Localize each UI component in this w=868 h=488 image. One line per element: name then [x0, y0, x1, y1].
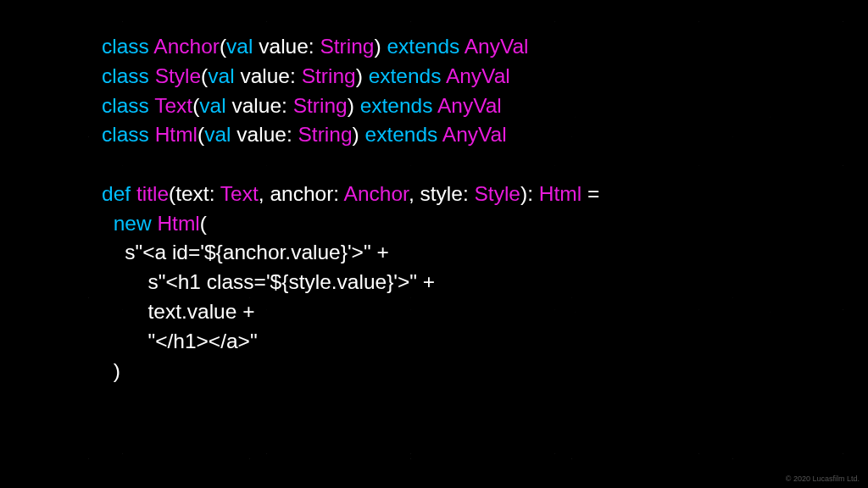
keyword-extends: extends: [369, 64, 442, 87]
space: [149, 123, 155, 146]
lparen: (: [220, 35, 226, 58]
lparen: (: [198, 123, 204, 146]
expr: text.value: [147, 300, 236, 323]
equals: =: [581, 182, 599, 205]
type-style: Style: [155, 64, 201, 87]
keyword-val: val: [199, 94, 225, 117]
code-line: class Anchor(val value: String) extends …: [102, 35, 529, 58]
string-literal: s"<h1 class='${style.value}'>": [147, 270, 417, 293]
space: [354, 94, 360, 117]
indent: [102, 359, 114, 382]
type-anyval: AnyVal: [437, 94, 502, 117]
type-text: Text: [154, 94, 192, 117]
type-string: String: [320, 35, 374, 58]
type-string: String: [293, 94, 348, 117]
keyword-extends: extends: [365, 123, 438, 146]
code-line: text.value +: [102, 300, 254, 323]
keyword-val: val: [204, 123, 231, 146]
type-anyval: AnyVal: [442, 123, 507, 146]
keyword-extends: extends: [360, 94, 433, 117]
ident-value: value: [240, 64, 290, 87]
type-html: Html: [155, 123, 198, 146]
rparen: ): [374, 35, 381, 58]
indent: [102, 270, 147, 293]
param-text: text: [175, 182, 209, 205]
colon: :: [290, 64, 302, 87]
copyright-footer: © 2020 Lucasfilm Ltd.: [786, 474, 860, 483]
code-line: s"<h1 class='${style.value}'>" +: [102, 270, 435, 293]
lparen: (: [169, 182, 175, 205]
indent: [102, 212, 114, 235]
space: [149, 64, 155, 87]
colon: :: [527, 182, 539, 205]
rparen: ): [356, 64, 363, 87]
keyword-val: val: [226, 35, 253, 58]
param-style: style: [420, 182, 463, 205]
colon: :: [209, 182, 220, 205]
string-literal: s"<a id='${anchor.value}'>": [125, 241, 370, 263]
colon: :: [309, 35, 320, 58]
string-literal: "</h1></a>": [147, 330, 257, 352]
code-line: "</h1></a>": [102, 330, 258, 352]
space: [363, 64, 369, 87]
colon: :: [281, 94, 293, 117]
comma: ,: [409, 182, 420, 205]
ident-value: value: [236, 123, 287, 146]
comma: ,: [259, 182, 270, 205]
space: [359, 123, 365, 146]
colon: :: [287, 123, 298, 146]
space: [131, 182, 136, 205]
indent: [102, 330, 147, 352]
keyword-class: class: [102, 94, 149, 117]
code-line: s"<a id='${anchor.value}'>" +: [102, 241, 389, 263]
keyword-extends: extends: [387, 35, 459, 58]
plus: +: [417, 270, 435, 293]
keyword-new: new: [114, 212, 152, 235]
plus: +: [236, 300, 254, 323]
keyword-def: def: [102, 182, 131, 205]
rparen: ): [348, 94, 354, 117]
code-line: def title(text: Text, anchor: Anchor, st…: [102, 182, 599, 205]
rparen: ): [353, 123, 359, 146]
indent: [102, 241, 125, 263]
type-anyval: AnyVal: [465, 35, 529, 58]
code-line: new Html(: [102, 212, 207, 235]
colon: :: [333, 182, 343, 205]
code-line: class Style(val value: String) extends A…: [102, 64, 510, 87]
type-html: Html: [157, 212, 199, 235]
type-anchor: Anchor: [344, 182, 409, 205]
code-line: ): [102, 359, 120, 382]
rparen: ): [114, 359, 120, 382]
type-string: String: [302, 64, 356, 87]
type-string: String: [298, 123, 353, 146]
type-html: Html: [539, 182, 581, 205]
ident-value: value: [231, 94, 281, 117]
code-block: class Anchor(val value: String) extends …: [102, 25, 771, 449]
keyword-class: class: [102, 123, 149, 146]
ident-value: value: [259, 35, 309, 58]
lparen: (: [200, 212, 207, 235]
keyword-class: class: [102, 64, 149, 87]
param-anchor: anchor: [270, 182, 333, 205]
plus: +: [371, 241, 389, 263]
keyword-class: class: [102, 35, 149, 58]
rparen: ): [520, 182, 527, 205]
indent: [102, 300, 147, 323]
type-style: Style: [475, 182, 520, 205]
keyword-val: val: [208, 64, 234, 87]
type-anchor: Anchor: [153, 35, 220, 58]
code-line: class Text(val value: String) extends An…: [102, 94, 502, 117]
code-line: class Html(val value: String) extends An…: [102, 123, 507, 146]
type-anyval: AnyVal: [446, 64, 510, 87]
colon: :: [463, 182, 475, 205]
method-title: title: [136, 182, 169, 205]
type-text: Text: [220, 182, 259, 205]
